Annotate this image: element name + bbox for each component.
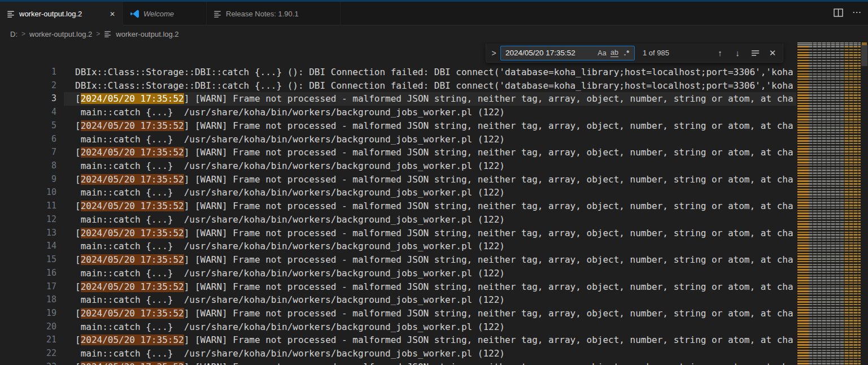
previous-match-icon[interactable]: ↑ — [713, 46, 727, 60]
log-line-8[interactable]: 8 main::catch {...} /usr/share/koha/bin/… — [0, 159, 796, 173]
editor-actions: ⋯ — [834, 7, 861, 18]
log-text: main::catch {...} /usr/share/koha/bin/wo… — [75, 293, 505, 307]
log-line-6[interactable]: 6 main::catch {...} /usr/share/koha/bin/… — [0, 133, 796, 146]
log-line-3[interactable]: 3[2024/05/20 17:35:52] [WARN] Frame not … — [0, 92, 796, 106]
more-actions-icon[interactable]: ⋯ — [852, 7, 861, 18]
find-match-highlight: 2024/05/20 17:35:52 — [81, 308, 184, 319]
line-number: 3 — [0, 92, 56, 106]
line-number: 23 — [0, 360, 56, 365]
find-results-count: 1 of 985 — [643, 49, 669, 57]
log-line-12[interactable]: 12 main::catch {...} /usr/share/koha/bin… — [0, 213, 796, 227]
find-match-highlight: 2024/05/20 17:35:52 — [81, 362, 184, 365]
vertical-scrollbar[interactable] — [861, 42, 868, 365]
log-line-2[interactable]: 2DBIx::Class::Storage::DBI::catch {...} … — [0, 79, 796, 93]
close-tab-icon[interactable]: ✕ — [108, 9, 117, 19]
tab-welcome[interactable]: Welcome — [123, 0, 207, 25]
window-top-border — [0, 0, 868, 2]
log-line-11[interactable]: 11[2024/05/20 17:35:52] [WARN] Frame not… — [0, 199, 796, 213]
log-line-15[interactable]: 15[2024/05/20 17:35:52] [WARN] Frame not… — [0, 253, 796, 267]
regex-icon[interactable]: .* — [621, 47, 633, 59]
tab-worker-output-log[interactable]: worker-output.log.2 ✕ — [0, 0, 123, 26]
log-line-13[interactable]: 13[2024/05/20 17:35:52] [WARN] Frame not… — [0, 227, 796, 240]
log-file-icon — [7, 10, 15, 18]
line-number: 15 — [0, 253, 56, 267]
log-line-5[interactable]: 5[2024/05/20 17:35:52] [WARN] Frame not … — [0, 119, 796, 133]
log-line-7[interactable]: 7[2024/05/20 17:35:52] [WARN] Frame not … — [0, 146, 796, 159]
line-number: 20 — [0, 320, 56, 334]
line-number: 9 — [0, 173, 56, 186]
minimap-match-band — [797, 46, 809, 365]
find-query-text[interactable]: 2024/05/20 17:35:52 — [505, 49, 596, 57]
log-line-1[interactable]: 1DBIx::Class::Storage::DBI::catch {...} … — [0, 66, 796, 79]
find-widget: > 2024/05/20 17:35:52 Aa ab .* 1 of 985 … — [486, 44, 783, 63]
tab-bar: worker-output.log.2 ✕ Welcome Release No… — [0, 0, 868, 25]
line-number: 4 — [0, 106, 56, 119]
line-number: 5 — [0, 119, 56, 133]
line-number: 16 — [0, 267, 56, 280]
log-text: [2024/05/20 17:35:52] [WARN] Frame not p… — [75, 146, 793, 159]
find-buttons: ↑ ↓ ✕ — [713, 46, 779, 60]
chevron-right-icon: > — [21, 30, 25, 38]
find-in-selection-icon[interactable] — [748, 46, 762, 60]
find-input[interactable]: 2024/05/20 17:35:52 Aa ab .* — [500, 46, 635, 60]
log-line-18[interactable]: 18 main::catch {...} /usr/share/koha/bin… — [0, 293, 796, 307]
log-text: [2024/05/20 17:35:52] [WARN] Frame not p… — [75, 199, 793, 213]
log-text: [2024/05/20 17:35:52] [WARN] Frame not p… — [75, 92, 793, 106]
editor: 1DBIx::Class::Storage::DBI::catch {...} … — [0, 42, 868, 365]
tab-label: Release Notes: 1.90.1 — [226, 10, 299, 18]
minimap-dash-texture — [809, 42, 861, 365]
log-line-14[interactable]: 14 main::catch {...} /usr/share/koha/bin… — [0, 240, 796, 253]
line-number: 11 — [0, 199, 56, 213]
breadcrumb-file[interactable]: worker-output.log.2 — [116, 30, 178, 38]
log-text: [2024/05/20 17:35:52] [WARN] Frame not p… — [75, 360, 793, 365]
log-line-4[interactable]: 4 main::catch {...} /usr/share/koha/bin/… — [0, 106, 796, 119]
close-find-icon[interactable]: ✕ — [766, 46, 779, 60]
log-text: main::catch {...} /usr/share/koha/bin/wo… — [75, 267, 505, 280]
log-line-19[interactable]: 19[2024/05/20 17:35:52] [WARN] Frame not… — [0, 307, 796, 320]
log-text: [2024/05/20 17:35:52] [WARN] Frame not p… — [75, 280, 793, 294]
tab-label: Welcome — [143, 10, 174, 18]
log-text: main::catch {...} /usr/share/koha/bin/wo… — [75, 320, 505, 334]
scrollbar-slider[interactable] — [861, 45, 867, 66]
breadcrumb: D: > worker-output.log.2 > worker-output… — [0, 25, 868, 42]
log-text: main::catch {...} /usr/share/koha/bin/wo… — [75, 159, 505, 173]
log-line-16[interactable]: 16 main::catch {...} /usr/share/koha/bin… — [0, 267, 796, 280]
line-number: 12 — [0, 213, 56, 227]
line-number: 1 — [0, 66, 56, 79]
log-text: main::catch {...} /usr/share/koha/bin/wo… — [75, 106, 505, 119]
find-match-highlight: 2024/05/20 17:35:52 — [81, 201, 184, 211]
code-lines: 1DBIx::Class::Storage::DBI::catch {...} … — [0, 42, 796, 365]
log-file-icon — [104, 30, 112, 38]
log-line-17[interactable]: 17[2024/05/20 17:35:52] [WARN] Frame not… — [0, 280, 796, 294]
find-match-highlight: 2024/05/20 17:35:52 — [81, 228, 184, 238]
tab-release-notes[interactable]: Release Notes: 1.90.1 — [207, 0, 341, 25]
toggle-replace-icon[interactable]: > — [490, 49, 498, 58]
log-line-10[interactable]: 10 main::catch {...} /usr/share/koha/bin… — [0, 186, 796, 199]
match-case-icon[interactable]: Aa — [596, 47, 608, 59]
line-number: 6 — [0, 133, 56, 146]
line-number: 19 — [0, 307, 56, 320]
line-number: 7 — [0, 146, 56, 159]
log-line-9[interactable]: 9[2024/05/20 17:35:52] [WARN] Frame not … — [0, 173, 796, 186]
log-line-23[interactable]: 23[2024/05/20 17:35:52] [WARN] Frame not… — [0, 360, 796, 365]
minimap[interactable] — [796, 42, 861, 365]
whole-word-icon[interactable]: ab — [608, 47, 621, 59]
find-match-highlight: 2024/05/20 17:35:52 — [81, 281, 184, 292]
log-line-22[interactable]: 22 main::catch {...} /usr/share/koha/bin… — [0, 347, 796, 360]
log-line-21[interactable]: 21[2024/05/20 17:35:52] [WARN] Frame not… — [0, 333, 796, 347]
log-text: main::catch {...} /usr/share/koha/bin/wo… — [75, 213, 505, 227]
breadcrumb-folder[interactable]: worker-output.log.2 — [29, 30, 92, 38]
find-match-highlight: 2024/05/20 17:35:52 — [81, 120, 184, 131]
tab-label: worker-output.log.2 — [19, 10, 82, 18]
log-line-20[interactable]: 20 main::catch {...} /usr/share/koha/bin… — [0, 320, 796, 334]
log-text: main::catch {...} /usr/share/koha/bin/wo… — [75, 347, 505, 360]
log-text: [2024/05/20 17:35:52] [WARN] Frame not p… — [75, 119, 793, 133]
find-match-highlight: 2024/05/20 17:35:52 — [81, 174, 184, 185]
log-text: main::catch {...} /usr/share/koha/bin/wo… — [75, 240, 505, 253]
line-number: 21 — [0, 333, 56, 347]
breadcrumb-drive[interactable]: D: — [10, 30, 18, 38]
split-editor-icon[interactable] — [834, 8, 843, 17]
log-text: [2024/05/20 17:35:52] [WARN] Frame not p… — [75, 253, 793, 267]
find-match-highlight: 2024/05/20 17:35:52 — [81, 334, 184, 345]
next-match-icon[interactable]: ↓ — [731, 46, 744, 60]
